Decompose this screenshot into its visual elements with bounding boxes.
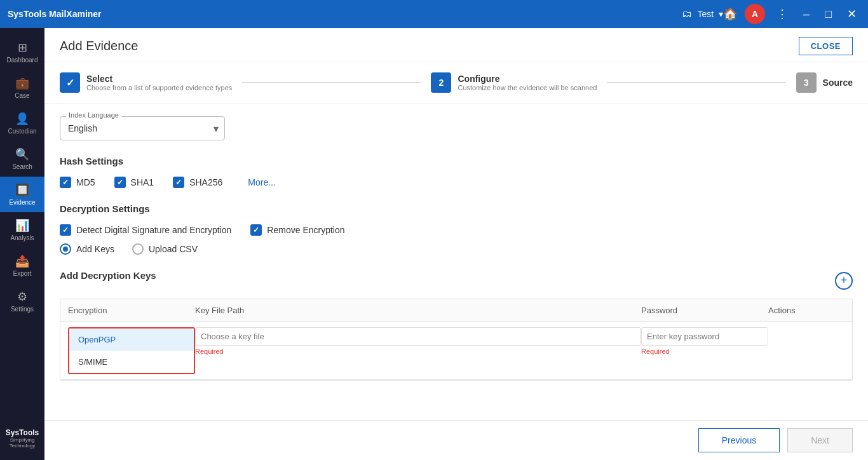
- case-name: Test: [697, 9, 714, 19]
- password-required: Required: [641, 348, 768, 355]
- logo-main-text: SysTools: [3, 428, 42, 437]
- settings-icon: ⚙: [17, 290, 27, 304]
- radio-add-keys-outer: [60, 243, 71, 255]
- step-source-info: Source: [823, 78, 853, 88]
- checkbox-detect-label: Detect Digital Signature and Encryption: [76, 225, 231, 235]
- dropdown-openpgp[interactable]: OpenPGP: [69, 328, 194, 351]
- sidebar-label-search: Search: [12, 163, 32, 170]
- key-file-cell: Required: [195, 327, 641, 355]
- window-close-button[interactable]: ✕: [843, 6, 860, 22]
- step-source-number: 3: [804, 78, 809, 88]
- maximize-button[interactable]: □: [821, 6, 836, 22]
- step-select-circle: ✓: [60, 72, 80, 93]
- content-header: Add Evidence CLOSE: [44, 28, 868, 62]
- checkbox-detect-signature[interactable]: ✓ Detect Digital Signature and Encryptio…: [60, 224, 231, 236]
- step-select-desc: Choose from a list of supported evidence…: [86, 84, 232, 91]
- stepper: ✓ Select Choose from a list of supported…: [44, 62, 868, 104]
- checkbox-detect-box: ✓: [60, 224, 71, 236]
- sidebar: ⊞ Dashboard 💼 Case 👤 Custodian 🔍 Search …: [0, 28, 44, 460]
- checkbox-remove-box: ✓: [250, 224, 262, 236]
- checkbox-md5[interactable]: ✓ MD5: [60, 177, 95, 188]
- minimize-button[interactable]: –: [799, 6, 813, 22]
- encryption-cell: OpenPGP S/MIME: [68, 327, 195, 374]
- decryption-keys-title: Add Decryption Keys: [60, 270, 156, 281]
- checkbox-remove-encryption[interactable]: ✓ Remove Encryption: [250, 224, 344, 236]
- titlebar-actions: 🏠 A ⋮ – □ ✕: [723, 4, 860, 24]
- export-icon: 📤: [15, 254, 29, 268]
- sidebar-label-custodian: Custodian: [8, 128, 36, 135]
- analysis-icon: 📊: [15, 219, 29, 233]
- decryption-keys-table: Encryption Key File Path Password Action…: [60, 299, 853, 381]
- evidence-icon: 🔲: [15, 183, 29, 197]
- index-language-label: Index Language: [66, 111, 121, 119]
- table-row: OpenPGP S/MIME Required Require: [60, 322, 852, 380]
- checkbox-sha256[interactable]: ✓ SHA256: [173, 177, 222, 188]
- search-icon: 🔍: [15, 147, 29, 161]
- checkbox-sha1-label: SHA1: [131, 177, 154, 187]
- decryption-keys-header: Add Decryption Keys +: [60, 270, 853, 291]
- sidebar-bottom: SysTools Simplifying Technology: [0, 417, 44, 460]
- previous-button[interactable]: Previous: [698, 428, 780, 452]
- hash-settings-group: Hash Settings ✓ MD5 ✓ SHA1 ✓ SHA256 More…: [60, 156, 853, 188]
- password-input[interactable]: [641, 327, 768, 346]
- more-options-button[interactable]: ⋮: [773, 6, 792, 22]
- step-source-name: Source: [823, 78, 853, 88]
- sidebar-item-case[interactable]: 💼 Case: [0, 70, 44, 105]
- sidebar-item-analysis[interactable]: 📊 Analysis: [0, 212, 44, 248]
- close-button[interactable]: CLOSE: [799, 37, 853, 55]
- sidebar-item-custodian[interactable]: 👤 Custodian: [0, 105, 44, 141]
- step-select: ✓ Select Choose from a list of supported…: [60, 72, 232, 93]
- step-source: 3 Source: [796, 72, 853, 93]
- index-language-select[interactable]: English French German Spanish: [60, 116, 225, 140]
- add-key-button[interactable]: +: [835, 272, 853, 290]
- next-button[interactable]: Next: [787, 428, 853, 452]
- home-icon[interactable]: 🏠: [723, 7, 737, 21]
- step-configure-info: Configure Customize how the evidence wil…: [458, 74, 597, 91]
- checkmark-icon: ✓: [66, 77, 74, 89]
- step-configure-circle: 2: [431, 72, 451, 93]
- decryption-settings-group: Decryption Settings ✓ Detect Digital Sig…: [60, 203, 853, 255]
- table-header-row: Encryption Key File Path Password Action…: [60, 299, 852, 322]
- sidebar-item-evidence[interactable]: 🔲 Evidence: [0, 177, 44, 212]
- header-encryption: Encryption: [68, 306, 195, 315]
- titlebar: SysTools MailXaminer 🗂 Test ▾ 🏠 A ⋮ – □ …: [0, 0, 868, 28]
- checkbox-sha1[interactable]: ✓ SHA1: [114, 177, 154, 188]
- radio-upload-csv-label: Upload CSV: [149, 244, 198, 254]
- radio-upload-csv[interactable]: Upload CSV: [132, 243, 198, 255]
- checkbox-sha256-box: ✓: [173, 177, 184, 188]
- sidebar-label-settings: Settings: [11, 306, 34, 313]
- form-area: Index Language English French German Spa…: [44, 104, 868, 420]
- radio-add-keys[interactable]: Add Keys: [60, 243, 114, 255]
- systools-logo: SysTools Simplifying Technology: [0, 423, 44, 454]
- key-radio-row: Add Keys Upload CSV: [60, 243, 853, 255]
- sidebar-item-search[interactable]: 🔍 Search: [0, 141, 44, 177]
- app-name: SysTools MailXaminer: [8, 9, 682, 19]
- sidebar-label-dashboard: Dashboard: [7, 57, 38, 64]
- hash-settings-title: Hash Settings: [60, 156, 853, 166]
- index-language-group: Index Language English French German Spa…: [60, 116, 853, 140]
- more-link[interactable]: More...: [248, 177, 276, 187]
- radio-upload-csv-outer: [132, 243, 144, 255]
- dropdown-smime[interactable]: S/MIME: [69, 351, 194, 373]
- key-file-input[interactable]: [195, 327, 641, 346]
- header-password: Password: [641, 306, 768, 315]
- sidebar-item-settings[interactable]: ⚙ Settings: [0, 283, 44, 319]
- case-icon: 🗂: [682, 8, 692, 20]
- sidebar-item-export[interactable]: 📤 Export: [0, 248, 44, 283]
- sidebar-item-dashboard[interactable]: ⊞ Dashboard: [0, 34, 44, 70]
- case-dropdown-arrow[interactable]: ▾: [719, 9, 723, 19]
- step-source-circle: 3: [796, 72, 817, 93]
- user-avatar[interactable]: A: [745, 4, 765, 24]
- page-title: Add Evidence: [60, 39, 138, 53]
- key-file-required: Required: [195, 348, 641, 355]
- titlebar-center: 🗂 Test ▾: [682, 8, 723, 20]
- decryption-keys-group: Add Decryption Keys + Encryption Key Fil…: [60, 270, 853, 381]
- step-connector-1: [242, 82, 421, 83]
- radio-add-keys-label: Add Keys: [76, 244, 114, 254]
- sidebar-label-export: Export: [13, 270, 32, 277]
- checkbox-md5-box: ✓: [60, 177, 71, 188]
- checkbox-md5-label: MD5: [76, 177, 95, 187]
- sidebar-label-analysis: Analysis: [10, 234, 34, 241]
- hash-checkbox-row: ✓ MD5 ✓ SHA1 ✓ SHA256 More...: [60, 177, 853, 188]
- index-language-select-wrapper: Index Language English French German Spa…: [60, 116, 225, 140]
